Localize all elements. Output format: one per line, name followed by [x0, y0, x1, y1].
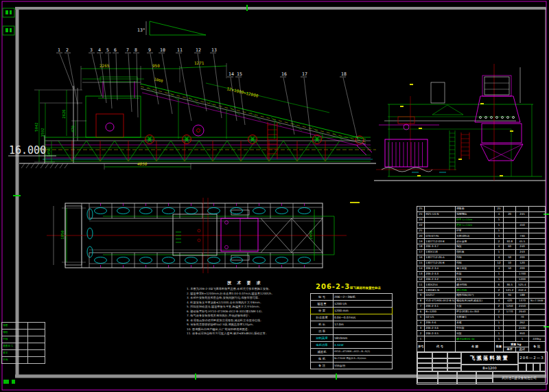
- dim-3592: 3592: [40, 128, 45, 137]
- parts-cell-total: 200: [516, 255, 528, 261]
- parts-cell-name: 拖架: [455, 244, 494, 250]
- item-number: 10: [160, 47, 165, 53]
- parts-cell-code: 206-2-3.1: [425, 304, 456, 310]
- parts-cell-name: 缓冲床BDG-4a: [455, 336, 494, 342]
- parts-cell-total: [516, 207, 528, 212]
- company-name: 武汉冶工建设备制造公司: [493, 371, 546, 383]
- spec-label: 机 长: [311, 321, 334, 328]
- parts-cell-remark: [528, 304, 545, 310]
- dim-2626: 2626: [62, 109, 66, 118]
- parts-cell-unit: 94: [503, 293, 515, 299]
- item-number: 6: [114, 47, 117, 53]
- parts-cell-no: 3: [417, 325, 425, 331]
- parts-cell-total: 950: [516, 331, 528, 336]
- parts-cell-total: [516, 217, 528, 222]
- parts-cell-total: 730: [516, 233, 528, 239]
- parts-cell-total: 450: [516, 222, 528, 228]
- parts-cell-total: 525.4: [516, 282, 528, 288]
- parts-cell-qty: 4: [494, 266, 503, 271]
- parts-cell-remark: [528, 309, 545, 314]
- spec-label: 卸料高度: [311, 335, 334, 342]
- title-block: 飞溅落料装置 B=1200 206—2—3 武汉冶工建设备制造公司: [417, 351, 548, 384]
- parts-row: 18206-3-3.7拖架460240: [417, 244, 546, 250]
- spec-label: 功 率: [311, 328, 334, 335]
- parts-cell-unit: [503, 217, 515, 222]
- parts-cell-total: 1700: [516, 271, 528, 277]
- parts-cell-name: 调整垫: [455, 207, 494, 212]
- note-line: 5. 托辊应转动灵活,输送带接头平直,跑偏量不大于50mm。: [187, 305, 313, 309]
- parts-cell-total: 45.5: [516, 239, 528, 244]
- parts-cell-name: 头部漏斗: [455, 314, 494, 320]
- parts-row: 2206-2-3.5尾架1950: [417, 331, 546, 336]
- parts-cell-code: 130X254: [425, 282, 456, 288]
- parts-cell-remark: [528, 260, 545, 266]
- parts-row: 1缓冲床BDG-4a11220kg: [417, 336, 546, 342]
- parts-cell-remark: [528, 228, 545, 233]
- parts-cell-qty: 1: [494, 331, 503, 336]
- parts-cell-remark: [528, 244, 545, 250]
- parts-cell-remark: [528, 282, 545, 288]
- parts-cell-remark: [528, 331, 545, 336]
- border-stamp-strip: 描图描校审核底图总号签字日期: [1, 322, 45, 364]
- parts-cell-code: 130GB1-N: [425, 288, 456, 293]
- parts-cell-total: 240: [516, 244, 528, 250]
- parts-cell-code: M25-U4-N: [425, 211, 456, 217]
- parts-cell-qty: 12: [494, 260, 503, 266]
- parts-cell-unit: [503, 271, 515, 277]
- dim-4050: 4050: [137, 161, 148, 166]
- spec-value: 1200 mm: [334, 308, 393, 314]
- parts-row: 17130X118挡料板1243: [417, 250, 546, 255]
- parts-cell-unit: [503, 314, 515, 320]
- parts-cell-remark: [528, 266, 545, 271]
- parts-cell-no: 4: [417, 320, 425, 325]
- lower-grid: [417, 371, 493, 383]
- parts-cell-unit: [503, 325, 515, 331]
- parts-cell-qty: 4: [494, 211, 503, 217]
- parts-cell-no: 20: [417, 233, 425, 239]
- item-number: 1: [58, 47, 60, 53]
- item-number: 7: [126, 47, 129, 53]
- parts-cell-total: 200: [516, 266, 528, 271]
- angle-label: 13°: [137, 27, 145, 33]
- item-number: 18: [341, 71, 347, 77]
- parts-cell-total: 1370: [516, 299, 528, 304]
- spec-code: 206-2-3: [316, 283, 350, 290]
- parts-cell-name: 托辊: [455, 255, 494, 261]
- scale-cells: [518, 363, 546, 371]
- parts-cell-no: 10: [417, 288, 425, 293]
- parts-row: 12206-2-3.2支架11200: [417, 277, 546, 282]
- item-number: 9: [148, 47, 151, 53]
- stamp-label: 审核: [2, 336, 28, 343]
- parts-cell-no: 13: [417, 271, 425, 277]
- parts-cell-code: [425, 222, 456, 228]
- parts-cell-name: 尾架: [455, 331, 494, 336]
- note-line: 10. 面漆颜色由用户确定,出厂前涂防锈底漆两道。: [187, 327, 313, 332]
- parts-cell-qty: 2: [494, 239, 503, 244]
- item-number: 12: [196, 47, 201, 53]
- parts-cell-total: 262: [516, 320, 528, 325]
- parts-cell-remark: [528, 255, 545, 261]
- parts-row: 5D2-U5头部漏斗170: [417, 314, 546, 320]
- parts-cell-qty: 4: [494, 244, 503, 250]
- parts-cell-qty: 1: [494, 277, 503, 282]
- parts-cell-code: DTⅡ-6T-PA: [425, 233, 456, 239]
- parts-cell-name: 栏杆 L=14m: [455, 222, 494, 228]
- parts-cell-code: 206-2-3.6: [425, 325, 456, 331]
- parts-cell-total: 245: [516, 211, 528, 217]
- parts-cell-name: 支架: [455, 277, 494, 282]
- product-name: 飞溅落料装置: [461, 352, 518, 365]
- parts-cell-no: 11: [417, 282, 425, 288]
- parts-row: 3206-2-3.6中间架12430: [417, 325, 546, 331]
- parts-cell-code: 206-3-6: [425, 320, 456, 325]
- spec-value: 0.04—0.07m/s: [334, 314, 393, 321]
- parts-cell-code: 206-3-3.7: [425, 244, 456, 250]
- parts-cell-qty: 1: [494, 336, 503, 342]
- note-line: 2. 输送带宽B=1200mm,行走速度0.04-0.07m/s,输送量1200…: [187, 292, 313, 296]
- spec-label: 输送量: [311, 301, 334, 308]
- spec-value: N=7.5kW 调速(0.5—5)r/min: [334, 356, 393, 362]
- parts-cell-code: 206-2-3.5: [425, 331, 456, 336]
- note-line: 6. 驱动装置型号:HY10-4T1906-AY/2-B-301(图)(NM-1…: [187, 310, 313, 314]
- spec-label: 行走速度: [311, 314, 334, 321]
- parts-cell-unit: 60: [503, 244, 515, 250]
- parts-cell-name: 中间架: [455, 325, 494, 331]
